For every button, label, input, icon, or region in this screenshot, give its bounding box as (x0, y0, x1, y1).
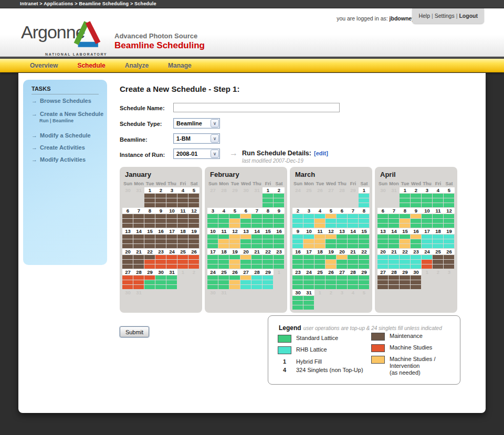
schedule-bar-ms-intervention (229, 285, 240, 289)
legend-item-rhb-lattice: RHB Lattice (278, 346, 327, 354)
arrow-icon: → (32, 156, 37, 163)
sidebar-item-browse-schedules[interactable]: →Browse Schedules (32, 98, 91, 104)
chevron-down-icon[interactable]: ∨ (211, 134, 219, 143)
schedule-bar-rhb (292, 214, 303, 218)
day-cell: 26 (326, 269, 337, 290)
schedule-bar-maintenance (122, 244, 133, 248)
schedule-bar-standard (303, 301, 314, 305)
schedule-bar-maintenance (133, 255, 144, 259)
schedule-bar-machine-studies (122, 285, 133, 289)
schedule-bar-standard (262, 224, 273, 228)
calendar-week-row: 272829303112 (122, 269, 202, 290)
schedule-bar-standard (166, 275, 177, 280)
day-number: 6 (122, 208, 133, 214)
edit-link[interactable]: [edit] (314, 150, 328, 156)
day-cell: 14 (348, 228, 359, 249)
day-cell: 4 (348, 290, 359, 310)
day-number: 1 (177, 269, 188, 275)
help-link[interactable]: Help (418, 13, 430, 19)
schedule-bar-standard (274, 203, 284, 207)
chevron-down-icon[interactable]: ∨ (211, 150, 219, 158)
schedule-bar-standard (326, 285, 336, 289)
schedule-bar-standard (314, 264, 325, 269)
day-cell: 4 (177, 187, 188, 208)
schedule-bar-rhb (251, 275, 262, 280)
legend-item-maintenance: Maintenance (371, 333, 423, 341)
tab-overview[interactable]: Overview (30, 62, 58, 69)
calendar-week-row: 13141516171819 (122, 228, 202, 249)
weekday-label: Tue (229, 181, 240, 186)
schedule-bar-maintenance (144, 194, 155, 198)
schedule-bar-ms-intervention (229, 224, 240, 228)
argonne-logo-subtitle: NATIONAL LABORATORY (45, 52, 107, 56)
schedule-bar-maintenance (444, 264, 454, 269)
day-cell: 27 (377, 269, 388, 290)
schedule-type-select[interactable]: Beamline ∨ (173, 118, 220, 129)
day-number: 18 (218, 249, 229, 254)
instance-of-run-select[interactable]: 2008-01 ∨ (173, 148, 220, 159)
day-cell: 18 (314, 249, 326, 269)
day-cell: 5 (359, 290, 370, 310)
day-number: 5 (229, 208, 240, 214)
day-cell: 10 (422, 208, 433, 228)
calendar-week-row: 10111213141516 (207, 228, 287, 249)
day-number: 11 (314, 228, 326, 234)
sidebar-item-modify-activities[interactable]: →Modify Activities (32, 156, 86, 163)
day-number: 28 (388, 269, 400, 275)
day-number: 27 (207, 187, 218, 193)
schedule-bar-standard (359, 255, 369, 259)
chevron-down-icon[interactable]: ∨ (211, 119, 219, 128)
schedule-bar-machine-studies (122, 275, 133, 280)
schedule-bar-standard (218, 224, 229, 228)
schedule-bar-machine-studies (188, 260, 199, 264)
legend-title: Legend (279, 324, 301, 332)
schedule-bar-standard (314, 285, 325, 289)
schedule-name-input[interactable] (173, 103, 340, 112)
schedule-bar-ms-intervention (240, 235, 251, 239)
standard-lattice-swatch (278, 335, 291, 343)
schedule-bar-maintenance (177, 203, 188, 207)
sidebar-item-create-new-schedule[interactable]: →Create a New Schedule (32, 111, 103, 117)
schedule-bar-standard (377, 239, 388, 243)
day-cell (262, 290, 274, 310)
sidebar-item-modify-schedule[interactable]: →Modify a Schedule (32, 132, 91, 139)
schedule-bar-standard (229, 214, 240, 218)
day-number: 29 (348, 187, 359, 193)
sidebar-item-create-activities[interactable]: →Create Activities (32, 144, 85, 151)
schedule-bar-machine-studies (177, 264, 188, 269)
tab-schedule[interactable]: Schedule (77, 62, 105, 69)
schedule-bar-standard (218, 255, 229, 259)
day-number: 10 (166, 208, 177, 214)
weekday-label: Fri (262, 181, 274, 186)
schedule-bar-maintenance (444, 260, 454, 264)
tab-analyze[interactable]: Analyze (125, 62, 149, 69)
day-cell: 12 (229, 228, 240, 249)
schedule-bar-standard (292, 305, 303, 310)
schedule-bar-maintenance (155, 219, 166, 223)
breadcrumb[interactable]: Intranet > Applications > Beamline Sched… (0, 0, 504, 8)
schedule-bar-ms-intervention (411, 214, 421, 218)
day-number: 8 (144, 208, 155, 214)
sidebar-subitem-run-beamline[interactable]: Run | Beamline (39, 118, 74, 123)
day-cell: 27 (240, 269, 251, 290)
day-number: 19 (188, 228, 200, 234)
login-status-label: you are logged in as: (337, 15, 387, 22)
schedule-bar-maintenance (144, 224, 155, 228)
submit-button[interactable]: Submit (120, 326, 149, 337)
schedule-bar-standard (377, 224, 388, 228)
schedule-bar-machine-studies (422, 264, 432, 269)
schedule-bar-standard (400, 194, 410, 198)
schedule-bar-standard (314, 255, 325, 259)
day-cell: 14 (388, 228, 400, 249)
schedule-bar-maintenance (433, 260, 443, 264)
beamline-select[interactable]: 1-BM ∨ (173, 133, 220, 144)
schedule-bar-maintenance (177, 239, 188, 243)
instance-of-run-label: Instance of Run: (120, 152, 165, 158)
day-number: 12 (229, 228, 240, 234)
schedule-bar-standard (262, 244, 273, 248)
logout-link[interactable]: Logout (459, 13, 478, 19)
settings-link[interactable]: Settings (435, 13, 455, 19)
schedule-bar-maintenance (188, 203, 199, 207)
tab-manage[interactable]: Manage (168, 62, 192, 69)
schedule-bar-standard (274, 235, 284, 239)
